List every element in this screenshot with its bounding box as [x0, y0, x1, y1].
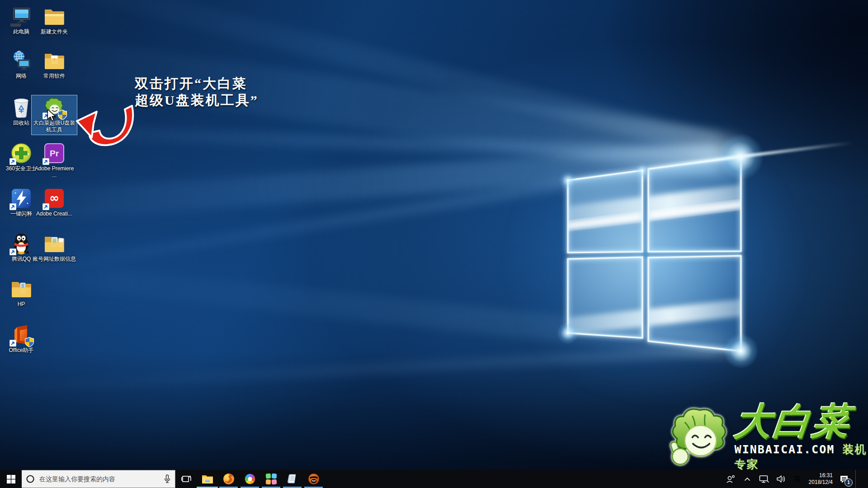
- clock-time: 16:31: [819, 472, 833, 479]
- icon-label: 一键闪释: [10, 211, 32, 217]
- icon-label: Office助手: [9, 347, 33, 354]
- notification-badge: 1: [844, 479, 853, 487]
- folder-icon: [43, 5, 65, 27]
- microphone-icon[interactable]: [164, 474, 170, 483]
- people-icon: [726, 475, 735, 483]
- folder-icon: [43, 50, 65, 71]
- desktop-icon-hp-folder[interactable]: HP: [3, 277, 40, 309]
- input-language-button[interactable]: 英: [792, 470, 803, 488]
- desktop-icon-dabaicai-usb-tool[interactable]: 大白菜超级U盘装机工具: [32, 95, 77, 135]
- windows-start-icon: [7, 475, 15, 483]
- taskbar-firefox[interactable]: [218, 470, 239, 488]
- notepad-icon: [287, 474, 298, 484]
- file-explorer-icon: [202, 474, 213, 484]
- instruction-annotation: 双击打开“大白菜 超级U盘装机工具”: [135, 75, 259, 108]
- taskbar: 英 16:31 2018/12/4 1: [0, 470, 868, 488]
- taskbar-colorwheel-browser[interactable]: [239, 470, 260, 488]
- desktop-icon-adobe-premiere[interactable]: Pr Adobe Premiere ...: [32, 141, 77, 180]
- taskbar-four-squares-app[interactable]: [260, 470, 282, 488]
- tray-expand-button[interactable]: [742, 470, 753, 488]
- annotation-line2: 超级U盘装机工具”: [135, 92, 259, 108]
- desktop-icon-office-assistant[interactable]: Office助手: [3, 323, 40, 355]
- start-button[interactable]: [0, 470, 22, 488]
- clock-date: 2018/12/4: [809, 479, 833, 486]
- people-button[interactable]: [725, 470, 736, 488]
- desktop-icon-new-folder[interactable]: 新建文件夹: [32, 4, 77, 37]
- volume-icon: [776, 475, 785, 483]
- cortana-circle-icon: [26, 475, 34, 483]
- office-icon: [10, 324, 32, 346]
- folder-icon: [10, 278, 32, 300]
- taskbar-notepad[interactable]: [282, 470, 303, 488]
- windows-desktop: 大白菜 WINBAICAI.COM 装机专家 此电脑: [0, 0, 868, 488]
- this-pc-icon: [10, 5, 32, 27]
- taskbar-search-box[interactable]: [22, 470, 175, 488]
- svg-text:∞: ∞: [49, 191, 59, 205]
- dabaicai-cabbage-icon: [43, 97, 65, 118]
- 360-safeguard-icon: [10, 142, 32, 164]
- taskbar-media-player[interactable]: [303, 470, 324, 488]
- system-tray: 英 16:31 2018/12/4 1: [725, 470, 868, 488]
- icon-label: 此电脑: [13, 28, 29, 35]
- icon-label: 网络: [16, 73, 27, 80]
- recycle-bin-icon: [10, 97, 32, 118]
- icon-label: HP: [18, 301, 25, 308]
- icon-label: 常用软件: [43, 73, 65, 80]
- chevron-up-icon: [744, 477, 750, 481]
- icon-label: 回收站: [13, 120, 29, 127]
- input-language-label: 英: [794, 475, 801, 483]
- task-view-icon: [181, 474, 191, 483]
- lightning-app-icon: [10, 188, 32, 209]
- annotation-line1: 双击打开“大白菜: [135, 75, 259, 92]
- show-desktop-button[interactable]: [855, 470, 866, 488]
- taskbar-clock[interactable]: 16:31 2018/12/4: [809, 472, 833, 486]
- desktop-icon-adobe-creative-cloud[interactable]: ∞ Adobe Creati...: [32, 186, 77, 219]
- icon-label: Adobe Creati...: [36, 211, 72, 217]
- wallpaper-background: [0, 0, 868, 488]
- network-status-button[interactable]: [759, 470, 769, 488]
- folder-documents-icon: [43, 233, 65, 254]
- icon-label: Adobe Premiere ...: [33, 165, 76, 179]
- creative-cloud-icon: ∞: [43, 188, 65, 209]
- task-view-button[interactable]: [175, 470, 197, 488]
- icon-label: 新建文件夹: [41, 28, 68, 35]
- icon-label: 账号网址数据信息: [33, 256, 76, 263]
- media-player-face-icon: [308, 473, 320, 485]
- network-display-icon: [759, 475, 769, 483]
- svg-text:Pr: Pr: [50, 149, 59, 158]
- action-center-button[interactable]: 1: [839, 470, 849, 488]
- icon-label: 大白菜超级U盘装机工具: [33, 120, 76, 133]
- network-icon: [10, 50, 32, 71]
- volume-button[interactable]: [775, 470, 786, 488]
- icon-label: 腾讯QQ: [12, 256, 31, 263]
- desktop-icon-common-software[interactable]: 常用软件: [32, 48, 77, 81]
- taskbar-file-explorer[interactable]: [197, 470, 218, 488]
- qq-penguin-icon: [10, 233, 32, 254]
- firefox-icon: [223, 473, 235, 485]
- search-input[interactable]: [38, 475, 160, 483]
- premiere-icon: Pr: [43, 142, 65, 164]
- four-squares-app-icon: [265, 473, 277, 485]
- desktop-icon-account-url-data[interactable]: 账号网址数据信息: [32, 231, 77, 264]
- browser-colorwheel-icon: [244, 473, 256, 485]
